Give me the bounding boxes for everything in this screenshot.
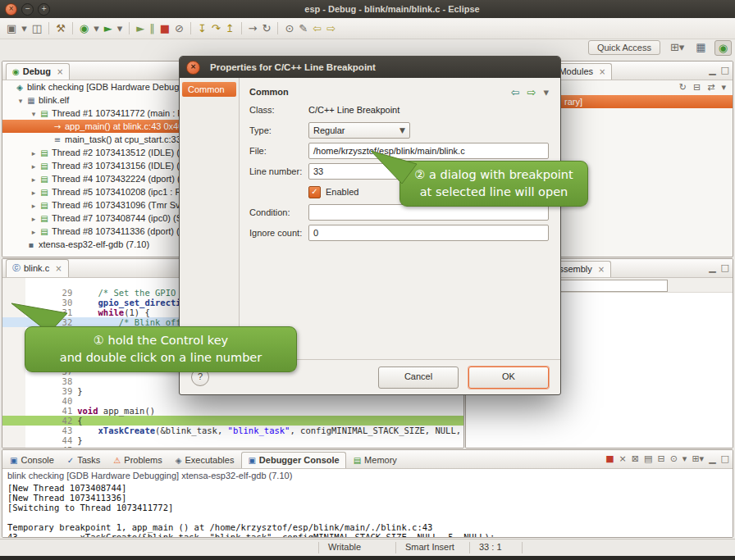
file-field[interactable]: /home/krzysztof/esp/blink/main/blink.c — [308, 143, 549, 159]
line-number[interactable]: 42 — [54, 416, 77, 426]
cpp-perspective-icon[interactable]: ▦ — [692, 40, 709, 56]
toolbar-separator[interactable] — [241, 22, 242, 34]
forward-icon[interactable]: ⇨ — [527, 86, 536, 98]
expander-icon[interactable]: ▸ — [29, 186, 39, 198]
line-number[interactable]: 43 — [54, 426, 77, 435]
run-dropdown-icon[interactable]: ▾ — [117, 20, 123, 37]
clear-console-icon[interactable]: ▤ — [644, 453, 652, 464]
view-menu-icon[interactable]: ▾ — [721, 82, 726, 93]
expander-icon[interactable]: ▸ — [29, 173, 39, 185]
console-tab[interactable]: ✓Tasks — [62, 453, 107, 468]
step-into-icon[interactable]: ↧ — [198, 20, 207, 37]
link-with-icon[interactable]: ⇄ — [707, 82, 714, 93]
remove-launch-icon[interactable]: × — [619, 453, 627, 464]
tab-blink-c[interactable]: ⓒ blink.c × — [6, 259, 69, 277]
toolbar-separator[interactable] — [190, 22, 191, 34]
type-dropdown[interactable]: Regular ▼ — [308, 122, 410, 139]
maximize-icon[interactable]: □ — [721, 262, 729, 273]
open-console-icon[interactable]: ⊞▾ — [692, 453, 704, 464]
cancel-button[interactable]: Cancel — [378, 367, 459, 389]
build-icon[interactable]: ⚒ — [56, 20, 66, 37]
new-dropdown-icon[interactable]: ▾ — [21, 20, 27, 37]
close-tab-icon[interactable]: × — [598, 265, 605, 274]
minimize-icon[interactable]: ▁ — [709, 262, 715, 273]
debug-perspective-icon[interactable]: ◉ — [714, 40, 732, 56]
quick-access-button[interactable]: Quick Access — [588, 40, 660, 55]
window-close-button[interactable]: × — [5, 3, 17, 16]
terminate-icon[interactable]: ■ — [605, 453, 614, 464]
pin-console-icon[interactable]: ⊙ — [670, 453, 678, 464]
suspend-icon[interactable]: ‖ — [149, 20, 155, 37]
resume-icon[interactable]: ► — [136, 20, 144, 37]
console-tab[interactable]: ◈Executables — [170, 453, 240, 468]
toolbar-separator[interactable] — [277, 22, 278, 34]
expander-icon[interactable]: ▸ — [29, 147, 39, 159]
minimize-icon[interactable]: ▁ — [709, 453, 715, 464]
expander-icon[interactable]: ▾ — [16, 94, 25, 107]
close-tab-icon[interactable]: × — [57, 67, 63, 76]
maximize-icon[interactable]: □ — [721, 453, 729, 464]
expander-icon[interactable]: ▾ — [29, 107, 39, 120]
step-return-icon[interactable]: ↥ — [226, 20, 235, 37]
back-icon[interactable]: ⇦ — [313, 20, 322, 37]
class-value: C/C++ Line Breakpoint — [308, 105, 399, 115]
open-perspective-icon[interactable]: ⊞▾ — [667, 40, 687, 56]
debugger-console-output[interactable]: blink checking [GDB Hardware Debugging] … — [2, 469, 733, 537]
line-number[interactable]: 44 — [54, 435, 77, 445]
console-tab[interactable]: ▤Memory — [348, 453, 403, 468]
window-maximize-button[interactable]: + — [38, 3, 50, 16]
ok-button[interactable]: OK — [468, 367, 549, 389]
step-over-icon[interactable]: ↷ — [212, 20, 221, 37]
condition-field[interactable] — [308, 204, 549, 221]
ignore-count-field[interactable]: 0 — [308, 225, 549, 241]
expander-icon[interactable]: ▸ — [29, 212, 39, 225]
forward-icon[interactable]: ⇨ — [326, 20, 336, 37]
close-tab-icon[interactable]: × — [599, 67, 605, 76]
new-wizard-icon[interactable]: ▣ — [7, 20, 16, 37]
scroll-lock-icon[interactable]: ⊟ — [657, 453, 664, 464]
collapse-all-icon[interactable]: ⊟ — [693, 82, 701, 93]
restart-icon[interactable]: ↻ — [262, 20, 272, 37]
debug-icon[interactable]: ◉ — [80, 20, 89, 37]
search-icon[interactable]: ⊙ — [285, 20, 294, 37]
toolbar-separator[interactable] — [48, 22, 49, 34]
expander-icon[interactable]: ▸ — [29, 225, 39, 238]
expander-icon[interactable]: ▸ — [29, 160, 39, 172]
window-minimize-button[interactable]: − — [21, 3, 34, 16]
debug-dropdown-icon[interactable]: ▾ — [94, 20, 99, 37]
toolbar-separator[interactable] — [72, 22, 73, 34]
terminate-icon[interactable]: ■ — [160, 20, 170, 37]
close-tab-icon[interactable]: × — [55, 264, 62, 273]
toolbar-separator[interactable] — [129, 22, 130, 34]
dialog-sidebar-common[interactable]: Common — [182, 82, 236, 97]
console-tab[interactable]: ⚠Problems — [107, 453, 167, 468]
view-menu-icon[interactable]: ▾ — [543, 86, 549, 98]
back-icon[interactable]: ⇦ — [511, 86, 520, 98]
dialog-close-button[interactable]: × — [186, 61, 200, 75]
code-token: app_main() — [98, 406, 156, 416]
tab-debug[interactable]: ◉ Debug × — [6, 63, 70, 80]
line-number[interactable]: 45 — [54, 445, 77, 448]
expander-icon[interactable]: ▸ — [29, 199, 39, 212]
save-icon[interactable]: ◫ — [32, 20, 42, 37]
enabled-checkbox[interactable]: ✓ — [308, 186, 321, 198]
run-icon[interactable]: ► — [104, 20, 112, 37]
line-number[interactable]: 41 — [54, 406, 77, 416]
line-number[interactable]: 40 — [54, 396, 77, 406]
remove-all-launches-icon[interactable]: ⊠ — [632, 453, 639, 464]
line-number[interactable]: 38 — [54, 376, 77, 386]
code-token: while — [98, 307, 125, 317]
display-console-icon[interactable]: ▾ — [682, 453, 687, 464]
minimize-icon[interactable]: ▁ — [709, 65, 715, 75]
maximize-icon[interactable]: □ — [721, 65, 729, 75]
disconnect-icon[interactable]: ⊘ — [175, 20, 184, 37]
console-tab[interactable]: ▣Console — [4, 453, 60, 468]
open-element-icon[interactable]: ✎ — [299, 20, 308, 37]
console-tab[interactable]: ▣Debugger Console — [241, 452, 345, 468]
line-number[interactable]: 29 — [54, 288, 77, 298]
dialog-titlebar[interactable]: × Properties for C/C++ Line Breakpoint — [180, 57, 560, 78]
window-titlebar[interactable]: ×−+ esp - Debug - blink/main/blink.c - E… — [0, 0, 735, 18]
instruction-stepping-icon[interactable]: → — [249, 20, 258, 37]
refresh-icon[interactable]: ↻ — [679, 82, 687, 93]
line-number[interactable]: 39 — [54, 386, 77, 396]
